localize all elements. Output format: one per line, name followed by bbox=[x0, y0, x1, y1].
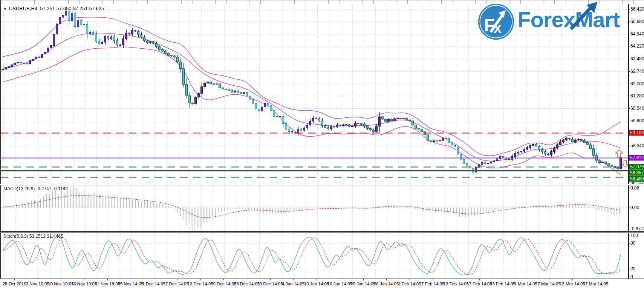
time-label: 23 Feb 14:05 bbox=[490, 282, 516, 286]
time-tick bbox=[386, 279, 387, 280]
forexmart-logo-icon: F x bbox=[478, 3, 514, 40]
price-tick-label: 63.480 bbox=[630, 56, 644, 62]
ohlc-values: 57.251 57.650 57.251 57.625 bbox=[40, 6, 104, 11]
time-tick bbox=[596, 279, 596, 280]
price-badge: 56.480 bbox=[629, 176, 644, 182]
time-tick bbox=[107, 279, 108, 280]
time-label: 21 Nov 18:05 bbox=[95, 282, 120, 286]
time-tick bbox=[456, 279, 456, 280]
stoch-values: 53.1512 31.4465 bbox=[29, 234, 63, 239]
time-label: 1 Feb 14:05 bbox=[398, 282, 421, 286]
time-label: 17 Mar 14:05 bbox=[583, 282, 609, 286]
time-tick bbox=[177, 279, 177, 280]
time-axis[interactable]: 28 Oct 20163 Nov 10:0510 Nov 10:0516 Nov… bbox=[0, 279, 644, 288]
macd-tick-label: -0.9773 bbox=[630, 226, 644, 231]
price-tick-label: 62.000 bbox=[630, 81, 644, 86]
time-tick bbox=[503, 279, 503, 280]
pane-resizer-stoch[interactable] bbox=[0, 231, 644, 233]
price-badge: 57.079 bbox=[629, 164, 644, 170]
time-label: 10 Nov 10:05 bbox=[48, 282, 73, 286]
time-label: 4 Jan 14:05 bbox=[282, 282, 304, 286]
time-tick bbox=[363, 279, 364, 280]
time-label: 10 Jan 14:05 bbox=[304, 282, 329, 286]
macd-canvas bbox=[1, 185, 629, 231]
time-label: 23 Dec 14:05 bbox=[234, 282, 260, 286]
time-label: 7 Feb 14:05 bbox=[421, 282, 444, 286]
svg-text:F: F bbox=[484, 15, 495, 35]
macd-pane bbox=[0, 185, 644, 231]
logo-text-forex: Forex bbox=[517, 7, 575, 32]
price-tick-label: 64.220 bbox=[630, 43, 644, 49]
macd-tick-label: 0.88 bbox=[630, 185, 639, 191]
macd-label: MACD(12,26,9) -0.2747 -0.1182 bbox=[3, 186, 68, 191]
stoch-tick-label: 100 bbox=[630, 233, 638, 238]
time-tick bbox=[84, 279, 84, 280]
stoch-tick-label: 20 bbox=[630, 266, 635, 271]
time-tick bbox=[526, 279, 526, 280]
time-label: 17 Feb 14:05 bbox=[467, 282, 492, 286]
time-tick bbox=[131, 279, 131, 280]
time-tick bbox=[247, 279, 247, 280]
price-tick-label: 62.740 bbox=[630, 69, 644, 74]
price-tick-label: 58.340 bbox=[630, 143, 644, 148]
price-badge: 56.857 bbox=[629, 170, 644, 176]
time-label: 28 Oct 2016 bbox=[3, 282, 26, 286]
time-tick bbox=[223, 279, 224, 280]
axis-separator bbox=[628, 4, 629, 288]
time-label: 16 Nov 10:05 bbox=[71, 282, 97, 286]
stochastic-label: Stoch(5,3,3) 53.1512 31.4465 bbox=[3, 234, 63, 239]
symbol-label: USDRUB,H4 bbox=[9, 6, 37, 11]
time-label: 26 Jan 14:05 bbox=[374, 282, 399, 286]
price-tick-label: 60.540 bbox=[630, 106, 644, 111]
price-tick-label: 65.680 bbox=[630, 19, 644, 24]
time-label: 20 Jan 14:05 bbox=[350, 282, 376, 286]
forexmart-logo: F x ForexMart bbox=[478, 3, 620, 40]
symbol-dropdown-icon[interactable]: ▼ bbox=[3, 7, 7, 11]
time-tick bbox=[317, 279, 317, 280]
time-label: 13 Dec 14:05 bbox=[187, 282, 213, 286]
time-label: 13 Feb 14:05 bbox=[443, 282, 469, 286]
chart-title: ▼USDRUB,H4 57.251 57.650 57.251 57.625 bbox=[3, 6, 104, 11]
svg-text:x: x bbox=[494, 20, 502, 36]
time-tick bbox=[340, 279, 340, 280]
time-label: 1 Dec 14:05 bbox=[142, 282, 165, 286]
pane-resizer-macd[interactable] bbox=[0, 184, 644, 185]
time-tick bbox=[549, 279, 549, 280]
macd-values: -0.2747 -0.1182 bbox=[36, 186, 68, 191]
price-badge: 57.612 bbox=[629, 155, 644, 161]
time-label: 29 Dec 14:05 bbox=[257, 282, 283, 286]
time-tick bbox=[14, 279, 15, 280]
time-tick bbox=[38, 279, 38, 280]
time-label: 19 Dec 14:05 bbox=[211, 282, 236, 286]
sell-arrow-icon bbox=[621, 160, 629, 168]
time-label: 7 Dec 14:05 bbox=[165, 282, 189, 286]
buy-arrow-icon bbox=[615, 149, 623, 158]
time-label: 7 Mar 14:05 bbox=[537, 282, 560, 286]
time-tick bbox=[479, 279, 480, 280]
stochastic-pane bbox=[0, 233, 644, 279]
price-tick-label: 59.800 bbox=[630, 118, 644, 123]
time-label: 16 Jan 14:05 bbox=[327, 282, 353, 286]
time-label: 25 Nov 14:05 bbox=[118, 282, 143, 286]
time-tick bbox=[61, 279, 61, 280]
time-label: 1 Mar 14:05 bbox=[514, 282, 537, 286]
macd-tick-label: 0.00 bbox=[630, 205, 639, 210]
time-tick bbox=[410, 279, 410, 280]
time-tick bbox=[154, 279, 154, 280]
time-tick bbox=[293, 279, 294, 280]
time-tick bbox=[200, 279, 201, 280]
price-badge: 59.100 bbox=[629, 130, 644, 136]
stoch-tick-label: 80 bbox=[630, 240, 635, 246]
logo-m-arrow-icon bbox=[569, 1, 601, 31]
chart-window: ▼USDRUB,H4 57.251 57.650 57.251 57.625 F… bbox=[0, 0, 644, 288]
stochastic-canvas bbox=[1, 233, 629, 279]
time-label: 13 Mar 14:05 bbox=[560, 282, 585, 286]
price-tick-label: 61.280 bbox=[630, 93, 644, 99]
price-tick-label: 64.940 bbox=[630, 31, 644, 37]
forexmart-logo-text: ForexMart bbox=[517, 9, 620, 31]
price-tick-label: 66.420 bbox=[630, 6, 644, 12]
time-tick bbox=[270, 279, 271, 280]
time-tick bbox=[433, 279, 433, 280]
time-label: 3 Nov 10:05 bbox=[26, 282, 49, 286]
time-tick bbox=[572, 279, 573, 280]
